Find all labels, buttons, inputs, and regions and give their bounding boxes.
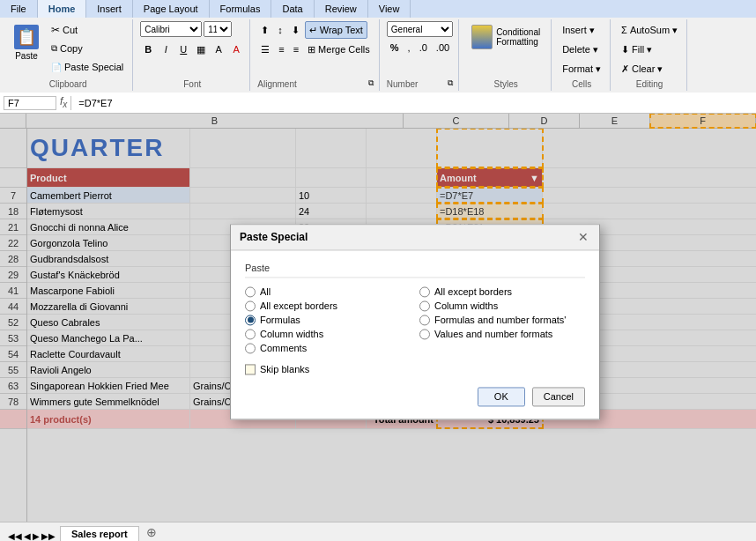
fill-icon: ⬇ bbox=[621, 44, 629, 56]
option-all-except-borders[interactable]: All All except borders bbox=[419, 285, 585, 299]
align-middle-button[interactable]: ↕ bbox=[274, 21, 286, 39]
font-size-select[interactable]: 11 bbox=[204, 21, 232, 37]
number-label: Number bbox=[387, 78, 419, 89]
fill-button[interactable]: ⬇ Fill ▾ bbox=[618, 41, 656, 58]
cancel-button[interactable]: Cancel bbox=[532, 387, 585, 406]
radio-values-number bbox=[419, 329, 430, 339]
option-formulas-number-formats[interactable]: Formulas and number formats' bbox=[419, 313, 585, 327]
font-group: Calibri 11 B I U ▦ A A Font bbox=[135, 19, 250, 91]
number-expand-icon[interactable]: ⧉ bbox=[448, 78, 453, 88]
styles-label: Styles bbox=[494, 78, 518, 89]
align-left-button[interactable]: ☰ bbox=[257, 41, 273, 58]
tab-page-layout[interactable]: Page Layout bbox=[133, 0, 210, 18]
alignment-expand-icon[interactable]: ⧉ bbox=[368, 78, 374, 88]
formula-bar-fx: fx bbox=[60, 95, 67, 109]
tab-next-icon[interactable]: ▶ bbox=[33, 531, 40, 541]
format-cells-button[interactable]: Format ▾ bbox=[559, 60, 604, 78]
option-values-number-formats[interactable]: Values and number formats bbox=[419, 327, 585, 341]
merge-icon: ⊞ bbox=[308, 44, 315, 56]
dialog-title: Paste Special bbox=[240, 231, 308, 243]
number-format-select[interactable]: General bbox=[387, 21, 453, 37]
dialog-footer: OK Cancel bbox=[245, 383, 585, 406]
conditional-formatting-button[interactable]: ConditionalFormatting bbox=[466, 21, 545, 53]
cells-group: Insert ▾ Delete ▾ Format ▾ Cells bbox=[553, 19, 611, 91]
comma-button[interactable]: , bbox=[404, 39, 414, 56]
sheet-tab-sales-report[interactable]: Sales report bbox=[60, 526, 139, 541]
dialog-close-button[interactable]: ✕ bbox=[576, 230, 590, 244]
ok-button[interactable]: OK bbox=[478, 387, 525, 406]
copy-button[interactable]: ⧉ Copy bbox=[48, 40, 127, 57]
add-sheet-button[interactable]: ⊕ bbox=[141, 523, 162, 541]
tab-view[interactable]: View bbox=[368, 0, 411, 18]
cut-button[interactable]: ✂ Cut bbox=[48, 21, 127, 39]
align-right-button[interactable]: ≡ bbox=[290, 41, 302, 58]
skip-blanks-checkbox[interactable]: Skip blanks bbox=[245, 364, 585, 374]
italic-button[interactable]: I bbox=[158, 41, 174, 58]
formula-separator bbox=[70, 96, 71, 110]
paste-special-dialog: Paste Special ✕ Paste All All except bor… bbox=[230, 224, 600, 419]
skip-blanks-box bbox=[245, 364, 256, 374]
wrap-text-button[interactable]: ↵ Wrap Text bbox=[305, 21, 367, 39]
option-comments[interactable]: Comments bbox=[245, 341, 411, 355]
paste-icon: 📋 bbox=[14, 25, 39, 49]
dialog-title-bar: Paste Special ✕ bbox=[231, 225, 599, 250]
ribbon-tabs: File Home Insert Page Layout Formulas Da… bbox=[0, 0, 756, 18]
tab-file[interactable]: File bbox=[0, 0, 38, 18]
fill-color-button[interactable]: A bbox=[211, 41, 226, 58]
radio-all bbox=[245, 286, 256, 297]
tab-formulas[interactable]: Formulas bbox=[210, 0, 272, 18]
editing-label: Editing bbox=[636, 78, 663, 89]
tab-data[interactable]: Data bbox=[271, 0, 314, 18]
main-area: B C D E F 7 18 21 22 28 29 41 bbox=[0, 114, 756, 522]
underline-button[interactable]: U bbox=[175, 41, 191, 58]
decrease-decimal-button[interactable]: .00 bbox=[433, 39, 453, 56]
tab-last-icon[interactable]: ▶▶ bbox=[41, 531, 56, 541]
radio-values bbox=[245, 315, 256, 325]
paste-button[interactable]: 📋 Paste bbox=[9, 21, 44, 64]
align-top-button[interactable]: ⬆ bbox=[257, 21, 272, 39]
clear-button[interactable]: ✗ Clear ▾ bbox=[618, 60, 666, 78]
align-center-button[interactable]: ≡ bbox=[275, 41, 287, 58]
option-values[interactable]: Formulas bbox=[245, 313, 411, 327]
option-formulas[interactable]: All except borders bbox=[245, 299, 411, 313]
font-color-button[interactable]: A bbox=[228, 41, 244, 58]
tab-home[interactable]: Home bbox=[38, 0, 87, 18]
tab-review[interactable]: Review bbox=[315, 0, 368, 18]
increase-decimal-button[interactable]: .0 bbox=[416, 39, 431, 56]
clipboard-label: Clipboard bbox=[49, 78, 87, 89]
radio-column-widths bbox=[419, 300, 430, 311]
border-button[interactable]: ▦ bbox=[193, 41, 209, 58]
merge-cells-button[interactable]: ⊞ Merge Cells bbox=[304, 41, 374, 58]
clipboard-stack: ✂ Cut ⧉ Copy 📄 Paste Special bbox=[48, 21, 127, 76]
clipboard-group: 📋 Paste ✂ Cut ⧉ Copy 📄 Paste Spe bbox=[4, 19, 133, 91]
scissors-icon: ✂ bbox=[51, 24, 60, 36]
sigma-icon: Σ bbox=[621, 25, 627, 35]
tab-insert[interactable]: Insert bbox=[86, 0, 133, 18]
alignment-label: Alignment bbox=[257, 78, 296, 89]
percent-button[interactable]: % bbox=[387, 39, 403, 56]
font-family-select[interactable]: Calibri bbox=[140, 21, 202, 37]
tab-prev-icon[interactable]: ◀ bbox=[24, 531, 31, 541]
formula-input[interactable] bbox=[75, 97, 752, 109]
copy-icon: ⧉ bbox=[51, 43, 57, 54]
tab-nav-buttons: ◀◀ ◀ ▶ ▶▶ bbox=[7, 531, 56, 541]
bold-button[interactable]: B bbox=[140, 41, 156, 58]
paste-options-right: All All except borders Column widths Col… bbox=[419, 285, 585, 355]
align-bottom-button[interactable]: ⬇ bbox=[288, 21, 303, 39]
dialog-body: Paste All All except borders bbox=[231, 250, 599, 419]
cell-reference-input[interactable] bbox=[4, 96, 56, 110]
insert-cells-button[interactable]: Insert ▾ bbox=[559, 21, 598, 39]
option-all[interactable]: All bbox=[245, 285, 411, 299]
delete-cells-button[interactable]: Delete ▾ bbox=[559, 41, 602, 58]
radio-dot-values bbox=[248, 316, 254, 322]
autosum-button[interactable]: Σ AutoSum ▾ bbox=[618, 21, 681, 39]
option-column-widths[interactable]: Column widths Column widths bbox=[419, 299, 585, 313]
paste-special-icon: 📄 bbox=[51, 63, 62, 72]
eraser-icon: ✗ bbox=[621, 63, 629, 75]
paste-section-label: Paste bbox=[245, 263, 585, 278]
paste-special-button[interactable]: 📄 Paste Special bbox=[48, 58, 127, 76]
tab-first-icon[interactable]: ◀◀ bbox=[8, 531, 22, 541]
option-formats[interactable]: Column widths bbox=[245, 327, 411, 341]
paste-options-grid: All All except borders Formulas bbox=[245, 285, 585, 355]
alignment-group: ⬆ ↕ ⬇ ↵ Wrap Text ☰ ≡ ≡ ⊞ Merge Cells bbox=[252, 19, 380, 91]
